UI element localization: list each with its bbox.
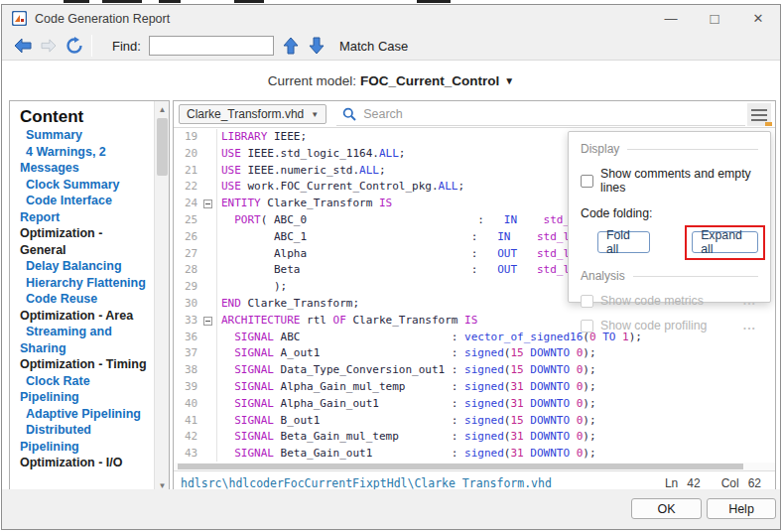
code-line[interactable]: 37 SIGNAL A_out1 : signed(15 DOWNTO 0); <box>174 345 775 362</box>
window-title: Code Generation Report <box>35 12 170 26</box>
line-number: 24 <box>174 196 201 212</box>
search-icon <box>342 107 356 121</box>
code-line[interactable]: 39 SIGNAL Alpha_Gain_mul_temp : signed(3… <box>174 379 775 396</box>
line-number: 25 <box>174 212 201 229</box>
line-label: Ln <box>665 476 678 490</box>
line-number: 27 <box>174 246 201 263</box>
file-selector-dropdown[interactable]: Clarke_Transform.vhd ▼ <box>179 104 326 124</box>
warning-annotation-marker[interactable] <box>765 122 772 126</box>
code-line[interactable]: 38 SIGNAL Data_Type_Conversion_out1 : si… <box>174 362 775 379</box>
fold-collapse-icon[interactable] <box>203 200 212 208</box>
sidebar-link[interactable]: Distributed Pipelining <box>20 422 151 455</box>
red-highlight-annotation <box>685 225 765 260</box>
sidebar-link[interactable]: Summary <box>20 127 151 144</box>
model-dropdown-caret-icon[interactable]: ▼ <box>504 75 514 86</box>
down-arrow-icon <box>309 37 325 55</box>
line-number: 43 <box>174 446 201 462</box>
help-button-label: Help <box>728 502 754 516</box>
current-model-name[interactable]: FOC_Current_Control <box>360 73 499 88</box>
sidebar-section-header: Optimization - General <box>20 225 151 258</box>
file-path: hdlsrc\hdlcoderFocCurrentFixptHdl\Clarke… <box>181 476 552 490</box>
line-number: 19 <box>174 129 201 146</box>
content-sidebar: Content Summary4 Warnings, 2 MessagesClo… <box>9 100 170 495</box>
line-number: 29 <box>174 279 201 296</box>
sidebar-link[interactable]: 4 Warnings, 2 Messages <box>20 144 151 177</box>
line-number: 39 <box>174 379 201 396</box>
sidebar-section-header: Optimization - I/O <box>20 455 151 471</box>
file-selector-caret-icon: ▼ <box>311 110 319 119</box>
search-placeholder: Search <box>363 107 403 121</box>
show-code-metrics-label: Show code metrics <box>600 294 704 308</box>
line-number: 38 <box>174 362 201 379</box>
sidebar-scrollbar-thumb[interactable] <box>157 118 168 176</box>
horizontal-scrollbar-thumb[interactable] <box>178 464 743 469</box>
code-horizontal-scrollbar[interactable] <box>174 463 775 470</box>
find-toolbar: Find: Match Case <box>2 32 780 61</box>
sidebar-link[interactable]: Hierarchy Flattening <box>20 275 151 292</box>
sidebar-link[interactable]: Clock Rate Pipelining <box>20 373 151 406</box>
metrics-ellipsis-button: ... <box>743 294 756 308</box>
sidebar-link[interactable]: Clock Summary <box>20 177 151 194</box>
line-number: 41 <box>174 413 201 430</box>
line-number-value: 42 <box>687 476 700 490</box>
line-number: 26 <box>174 229 201 246</box>
ok-button[interactable]: OK <box>631 498 702 519</box>
sidebar-link[interactable]: Code Interface Report <box>20 193 151 225</box>
fold-collapse-icon[interactable] <box>203 317 212 326</box>
find-previous-button[interactable] <box>278 34 304 58</box>
title-bar[interactable]: Code Generation Report — □ ✕ <box>2 5 780 32</box>
show-comments-label: Show comments and empty lines <box>600 167 758 195</box>
forward-button[interactable] <box>36 34 62 58</box>
code-search-field[interactable]: Search <box>336 102 745 126</box>
code-line[interactable]: 42 SIGNAL Beta_Gain_mul_temp : signed(31… <box>174 429 775 446</box>
show-code-profiling-label: Show code profiling <box>600 319 707 332</box>
sidebar-link[interactable]: Code Reuse <box>20 291 151 308</box>
current-model-bar: Current model: FOC_Current_Control ▼ <box>2 61 780 100</box>
display-options-popup: Display Show comments and empty lines Co… <box>568 131 771 303</box>
maximize-button[interactable]: □ <box>693 5 736 32</box>
line-number: 30 <box>174 296 201 313</box>
line-number: 22 <box>174 179 201 196</box>
sidebar-section-header: Optimization - Timing <box>20 356 151 373</box>
code-line[interactable]: 40 SIGNAL Alpha_Gain_out1 : signed(31 DO… <box>174 396 775 413</box>
code-view-panel: Clarke_Transform.vhd ▼ Search 19LIBRARY … <box>173 100 776 495</box>
maximize-icon: □ <box>710 10 718 27</box>
code-generation-report-dialog: Code Generation Report — □ ✕ <box>1 4 781 530</box>
sidebar-section-header: Optimization - Area <box>20 308 151 325</box>
line-number: 36 <box>174 330 201 346</box>
file-selector-value: Clarke_Transform.vhd <box>187 107 304 121</box>
dialog-footer: OK Help <box>2 489 780 529</box>
line-number: 28 <box>174 262 201 279</box>
sidebar-link[interactable]: Delay Balancing <box>20 258 151 275</box>
group-divider <box>633 276 758 277</box>
find-input[interactable] <box>149 36 274 56</box>
sidebar-item-list: Summary4 Warnings, 2 MessagesClock Summa… <box>20 127 151 471</box>
sidebar-link[interactable]: Adaptive Pipelining <box>20 406 151 423</box>
line-number: 20 <box>174 146 201 163</box>
minimize-icon: — <box>665 11 678 26</box>
match-case-toggle[interactable]: Match Case <box>339 39 408 54</box>
sidebar-heading: Content <box>20 107 151 127</box>
column-label: Col <box>721 476 739 490</box>
sidebar-scrollbar[interactable]: ▲ ▼ <box>154 101 169 494</box>
refresh-icon <box>65 37 84 55</box>
display-group-label: Display <box>581 142 619 156</box>
group-divider <box>627 149 758 150</box>
code-line[interactable]: 41 SIGNAL B_out1 : signed(15 DOWNTO 0); <box>174 413 775 430</box>
code-line[interactable]: 43 SIGNAL Beta_Gain_out1 : signed(31 DOW… <box>174 446 775 462</box>
close-button[interactable]: ✕ <box>736 5 780 32</box>
scroll-up-icon[interactable]: ▲ <box>155 102 170 117</box>
ok-button-label: OK <box>657 502 675 516</box>
close-icon: ✕ <box>753 11 764 26</box>
find-next-button[interactable] <box>304 34 329 58</box>
code-header: Clarke_Transform.vhd ▼ Search <box>174 101 775 128</box>
sidebar-link[interactable]: Streaming and Sharing <box>20 324 151 356</box>
minimize-button[interactable]: — <box>649 5 693 32</box>
show-comments-checkbox[interactable] <box>581 175 593 188</box>
fold-all-button[interactable]: Fold all <box>597 231 650 253</box>
toolbar-separator <box>91 35 92 57</box>
refresh-button[interactable] <box>62 34 87 58</box>
profiling-ellipsis-button: ... <box>743 319 756 332</box>
back-button[interactable] <box>10 34 36 58</box>
help-button[interactable]: Help <box>707 498 776 519</box>
